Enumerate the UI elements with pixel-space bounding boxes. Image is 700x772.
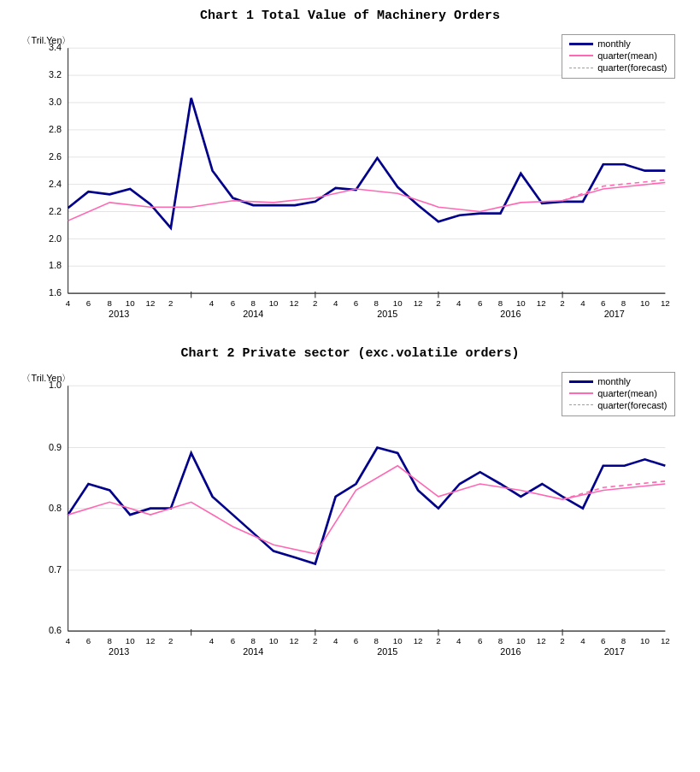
svg-text:8: 8 [497,636,502,645]
svg-text:4: 4 [209,298,214,308]
svg-text:8: 8 [374,298,378,308]
svg-text:6: 6 [230,636,234,645]
svg-text:2016: 2016 [500,646,521,657]
svg-text:2015: 2015 [377,646,397,657]
svg-text:10: 10 [125,636,134,645]
svg-text:2.2: 2.2 [48,206,61,216]
svg-text:12: 12 [145,636,155,645]
svg-text:4: 4 [456,636,462,645]
chart2-legend: monthly quarter(mean) quarter(forecast) [562,372,674,416]
svg-text:1.8: 1.8 [48,261,61,271]
svg-text:2015: 2015 [377,309,397,319]
svg-text:0.7: 0.7 [48,564,61,575]
chart2-monthly-line [68,448,665,564]
svg-text:2017: 2017 [603,646,624,657]
svg-text:6: 6 [230,298,234,308]
svg-text:4: 4 [209,636,214,645]
svg-text:2014: 2014 [243,309,263,319]
chart1-area: monthly quarter(mean) quarter(forecast) … [17,30,684,321]
svg-text:2: 2 [560,636,564,645]
legend-monthly-line [569,43,593,45]
chart2-container: Chart 2 Private sector (exc.volatile ord… [17,346,684,658]
legend-quarter-forecast-line [569,68,593,68]
svg-text:2.8: 2.8 [48,124,61,134]
svg-text:10: 10 [392,298,402,308]
svg-text:6: 6 [353,298,357,308]
legend2-quarter-mean-label: quarter(mean) [597,388,657,398]
svg-text:4: 4 [332,636,338,645]
svg-text:2017: 2017 [603,309,624,319]
svg-text:12: 12 [289,298,298,308]
chart1-title: Chart 1 Total Value of Machinery Orders [17,9,684,23]
svg-text:1.6: 1.6 [48,287,61,298]
svg-text:6: 6 [85,298,90,308]
svg-text:4: 4 [580,298,585,308]
svg-text:8: 8 [497,298,502,308]
svg-text:2.4: 2.4 [48,179,61,189]
svg-text:3.4: 3.4 [48,43,61,53]
svg-text:2: 2 [313,636,317,645]
legend2-quarter-forecast-line [569,404,593,406]
svg-text:2: 2 [313,298,317,308]
svg-text:4: 4 [580,636,585,645]
svg-text:12: 12 [660,298,669,308]
chart2-quarter-mean-line [68,466,665,554]
svg-text:2013: 2013 [109,646,129,657]
legend-quarter-mean-label: quarter(mean) [597,50,657,61]
svg-text:1.0: 1.0 [48,380,61,391]
chart1-container: Chart 1 Total Value of Machinery Orders … [17,9,684,321]
svg-text:6: 6 [353,636,357,645]
svg-text:6: 6 [601,636,605,645]
svg-text:8: 8 [250,636,255,645]
svg-text:2: 2 [168,636,173,645]
svg-text:10: 10 [640,298,650,308]
svg-text:12: 12 [536,298,545,308]
svg-text:2016: 2016 [500,309,521,319]
svg-text:2: 2 [168,298,173,308]
svg-text:6: 6 [477,636,481,645]
chart1-y-label: 〈Tril.Yen〉 [21,35,71,45]
legend2-quarter-forecast-label: quarter(forecast) [597,400,667,410]
svg-text:10: 10 [268,298,278,308]
chart1-monthly-line [68,98,665,228]
svg-text:12: 12 [660,636,669,645]
svg-text:8: 8 [107,636,111,645]
svg-text:10: 10 [125,298,134,308]
svg-text:6: 6 [85,636,90,645]
svg-text:10: 10 [515,298,525,308]
legend-quarter-mean-line [569,55,593,56]
legend2-quarter-mean-line [569,392,593,394]
svg-text:12: 12 [413,636,422,645]
svg-text:10: 10 [515,636,525,645]
svg-text:2: 2 [436,636,440,645]
chart1-quarter-forecast-line [562,180,665,200]
svg-text:0.6: 0.6 [48,625,61,635]
chart1-legend: monthly quarter(mean) quarter(forecast) [562,34,674,79]
svg-text:8: 8 [621,298,625,308]
svg-text:10: 10 [640,636,650,645]
legend-monthly-label: monthly [597,38,631,49]
svg-text:2014: 2014 [243,646,263,657]
svg-text:8: 8 [107,298,111,308]
svg-text:3.0: 3.0 [48,97,61,107]
legend-quarter-forecast-label: quarter(forecast) [597,62,667,73]
svg-text:4: 4 [332,298,338,308]
svg-text:0.8: 0.8 [48,503,61,513]
svg-text:12: 12 [536,636,545,645]
svg-text:4: 4 [65,298,70,308]
chart2-quarter-forecast-line [562,481,665,499]
svg-text:2.0: 2.0 [48,233,61,244]
svg-text:8: 8 [621,636,625,645]
svg-text:0.9: 0.9 [48,442,61,452]
svg-text:2.6: 2.6 [48,151,61,162]
svg-text:2013: 2013 [109,309,129,319]
svg-text:12: 12 [145,298,155,308]
svg-text:10: 10 [392,636,402,645]
chart2-title: Chart 2 Private sector (exc.volatile ord… [17,346,684,361]
svg-text:2: 2 [560,298,564,308]
svg-text:4: 4 [456,298,462,308]
legend2-monthly-line [569,380,593,383]
legend2-monthly-label: monthly [597,376,631,386]
svg-text:10: 10 [268,636,278,645]
svg-text:6: 6 [477,298,481,308]
